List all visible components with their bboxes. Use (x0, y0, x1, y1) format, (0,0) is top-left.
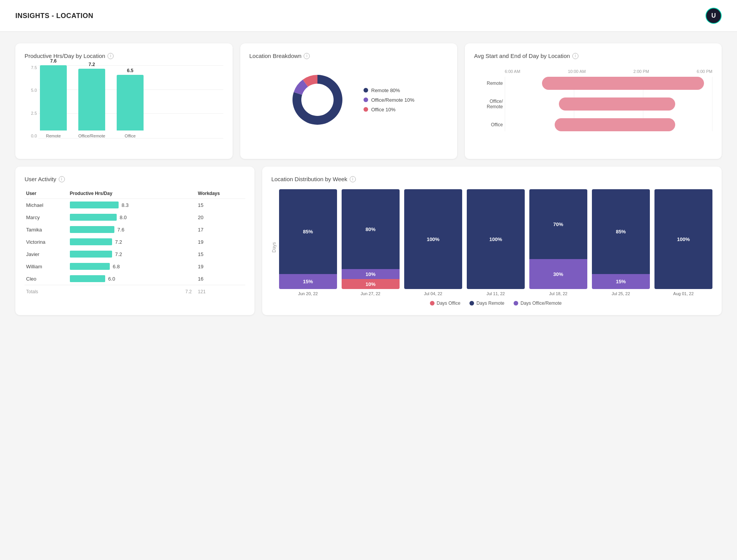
table-row: Cleo 6.0 16 (25, 273, 245, 285)
legend-item: Remote 80% (364, 88, 414, 93)
gantt-x-labels: 6:00 AM 10:00 AM 2:00 PM 6:00 PM (505, 69, 712, 74)
card4-title: User Activity i (25, 176, 245, 182)
table-row: William 6.8 19 (25, 260, 245, 273)
col-user: User (25, 188, 68, 199)
y-axis: 7.5 5.0 2.5 0.0 (25, 65, 38, 138)
col-workdays: Workdays (197, 188, 245, 199)
donut-legend: Remote 80%Office/Remote 10%Office 10% (364, 88, 414, 112)
dist-chart-wrapper: 85%15%Jun 20, 2280%10%10%Jun 27, 22100%J… (279, 188, 712, 306)
card4-info-icon[interactable]: i (59, 176, 65, 182)
bar-group-office-remote: 7.2 Office/Remote (78, 62, 105, 138)
stacked-bar-group: 80%10%10%Jun 27, 22 (342, 189, 400, 296)
card3-info-icon[interactable]: i (572, 53, 578, 59)
stacked-bar-group: 100%Aug 01, 22 (654, 189, 712, 296)
card-productive-hrs: Productive Hrs/Day by Location i 7.5 5.0… (15, 43, 233, 159)
card2-info-icon[interactable]: i (304, 53, 310, 59)
card-user-activity: User Activity i User Productive Hrs/Day … (15, 167, 254, 315)
stacked-bars: 85%15%Jun 20, 2280%10%10%Jun 27, 22100%J… (279, 188, 712, 296)
card2-title: Location Breakdown i (250, 53, 448, 59)
bar-group-office: 6.5 Office (117, 68, 144, 138)
dist-legend-item: Days Office (430, 301, 461, 306)
donut-content: Remote 80%Office/Remote 10%Office 10% (250, 65, 448, 134)
stacked-bar-group: 85%15%Jun 20, 22 (279, 189, 337, 296)
dist-legend: Days OfficeDays RemoteDays Office/Remote (279, 301, 712, 306)
card-location-distribution: Location Distribution by Week i Days 85%… (262, 167, 722, 315)
legend-item: Office 10% (364, 107, 414, 112)
bars-container: 7.6 Remote 7.2 Office/Remote 6.5 Office (40, 65, 223, 138)
table-row: Tamika 7.6 17 (25, 223, 245, 236)
bar-group-remote: 7.6 Remote (40, 58, 67, 138)
stacked-bar-group: 100%Jul 11, 22 (467, 189, 525, 296)
totals-row: Totals 7.2 121 (25, 285, 245, 297)
page-title: INSIGHTS - LOCATION (15, 12, 93, 20)
card-avg-start-end: Avg Start and End of Day by Location i 6… (465, 43, 722, 159)
card3-title: Avg Start and End of Day by Location i (474, 53, 712, 59)
table-row: Victorina 7.2 19 (25, 236, 245, 248)
card5-info-icon[interactable]: i (350, 176, 356, 182)
legend-item: Office/Remote 10% (364, 97, 414, 103)
gantt-row-office-remote: Office/Remote (505, 97, 712, 111)
col-hrs: Productive Hrs/Day (68, 188, 197, 199)
gantt-row-office: Office (505, 118, 712, 131)
dashboard: Productive Hrs/Day by Location i 7.5 5.0… (0, 32, 737, 327)
table-row: Marcy 8.0 20 (25, 211, 245, 223)
header: INSIGHTS - LOCATION U (0, 0, 737, 32)
row-1: Productive Hrs/Day by Location i 7.5 5.0… (15, 43, 722, 159)
donut-chart (283, 65, 352, 134)
table-row: Javier 7.2 15 (25, 248, 245, 260)
stacked-bar-group: 70%30%Jul 18, 22 (529, 189, 587, 296)
gantt-rows: Remote Office/Remote Office (505, 77, 712, 131)
dist-y-label: Days (271, 188, 277, 306)
card-location-breakdown: Location Breakdown i Remote 80%Office/Re… (240, 43, 458, 159)
user-activity-table: User Productive Hrs/Day Workdays Michael… (25, 188, 245, 297)
gantt-area: 6:00 AM 10:00 AM 2:00 PM 6:00 PM Remote (474, 65, 712, 131)
dist-legend-item: Days Remote (469, 301, 504, 306)
card1-info-icon[interactable]: i (107, 53, 114, 59)
bar-chart-area: 7.5 5.0 2.5 0.0 7.6 Remote 7.2 (25, 65, 223, 150)
table-row: Michael 8.3 15 (25, 199, 245, 211)
row-2: User Activity i User Productive Hrs/Day … (15, 167, 722, 315)
gantt-row-remote: Remote (505, 77, 712, 90)
avatar[interactable]: U (706, 8, 722, 24)
stacked-bar-group: 100%Jul 04, 22 (404, 189, 462, 296)
stacked-bar-group: 85%15%Jul 25, 22 (592, 189, 650, 296)
card5-title: Location Distribution by Week i (271, 176, 712, 182)
dist-legend-item: Days Office/Remote (514, 301, 562, 306)
